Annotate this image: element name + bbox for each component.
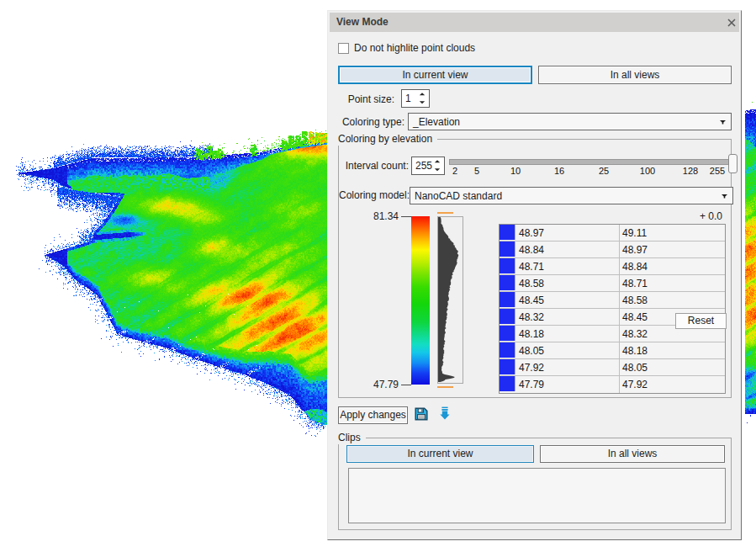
viewport: View Mode Do not highlite point clouds I…	[0, 0, 756, 552]
column-separator	[619, 342, 620, 359]
interval-to-value: 48.97	[622, 244, 648, 256]
reset-button[interactable]: Reset	[675, 313, 727, 329]
view-mode-dialog: View Mode Do not highlite point clouds I…	[327, 10, 742, 540]
slider-tick-label: 100	[635, 166, 660, 176]
dropdown-arrow-icon	[720, 120, 726, 125]
interval-to-value: 48.84	[622, 261, 648, 273]
coloring-model-dropdown[interactable]: NanoCAD standard	[410, 187, 733, 204]
clips-in-current-view-button[interactable]: In current view	[346, 445, 534, 463]
interval-to-value: 48.58	[622, 295, 648, 306]
slider-tick-label: 255	[705, 166, 730, 176]
coloring-type-value: _Elevation	[413, 116, 460, 128]
clips-group-label: Clips	[336, 432, 366, 444]
elevation-intervals-table[interactable]: 48.9749.1148.8448.9748.7148.8448.5848.71…	[499, 224, 726, 394]
slider-tick-label: 5	[464, 166, 489, 176]
download-arrow-icon[interactable]	[440, 406, 450, 420]
elevation-max-label: 81.34	[348, 210, 399, 222]
interval-to-value: 48.05	[622, 362, 648, 374]
elevation-color-gradient[interactable]	[411, 216, 430, 385]
histogram-shape	[438, 217, 463, 383]
interval-color-swatch[interactable]	[500, 376, 515, 391]
elevation-histogram	[437, 216, 463, 384]
dialog-title: View Mode	[336, 13, 389, 32]
elevation-interval-row[interactable]: 48.9749.11	[500, 225, 725, 242]
column-separator	[619, 326, 620, 342]
range-marker-bottom[interactable]	[437, 386, 453, 388]
spinner-arrows-icon[interactable]	[419, 92, 426, 105]
interval-color-swatch[interactable]	[500, 258, 515, 273]
interval-count-value: 255	[415, 160, 432, 172]
column-separator	[619, 225, 620, 242]
highlight-checkbox-label: Do not highlite point clouds	[354, 42, 475, 55]
point-size-spinner[interactable]: 1	[401, 89, 430, 108]
interval-color-swatch[interactable]	[500, 342, 515, 358]
in-current-view-button[interactable]: In current view	[338, 66, 532, 84]
interval-color-swatch[interactable]	[500, 326, 515, 341]
slider-tick-label: 10	[503, 166, 528, 176]
column-separator	[619, 292, 620, 309]
coloring-by-elevation-group: Coloring by elevation Interval count: 25…	[338, 139, 732, 398]
interval-color-swatch[interactable]	[500, 225, 515, 240]
elevation-interval-row[interactable]: 48.7148.84	[500, 258, 725, 275]
interval-from-value: 48.32	[519, 311, 544, 323]
elevation-interval-row[interactable]: 47.9248.05	[500, 359, 725, 376]
elevation-interval-row[interactable]: 48.8448.97	[500, 242, 725, 258]
interval-color-swatch[interactable]	[500, 292, 515, 307]
column-separator	[619, 359, 620, 376]
clips-in-all-views-button[interactable]: In all views	[540, 445, 725, 463]
interval-to-value: 49.11	[622, 227, 647, 239]
interval-color-swatch[interactable]	[500, 309, 515, 324]
clips-list[interactable]	[348, 468, 726, 523]
interval-color-swatch[interactable]	[500, 242, 515, 257]
interval-count-label: Interval count:	[339, 160, 409, 172]
elevation-interval-row[interactable]: 48.4548.58	[500, 292, 725, 309]
interval-count-spinner[interactable]: 255	[411, 157, 445, 175]
coloring-type-label: Coloring type:	[335, 116, 404, 128]
elevation-interval-row[interactable]: 48.5848.71	[500, 275, 725, 292]
interval-color-swatch[interactable]	[500, 359, 515, 374]
min-tick-line	[401, 385, 411, 385]
interval-to-value: 48.71	[622, 278, 648, 289]
interval-from-value: 48.58	[519, 278, 544, 289]
interval-to-value: 48.45	[622, 311, 648, 323]
close-icon[interactable]	[727, 19, 736, 27]
dialog-titlebar[interactable]: View Mode	[330, 13, 739, 32]
interval-to-value: 47.92	[622, 379, 648, 390]
save-icon[interactable]	[415, 407, 428, 421]
interval-to-value: 48.18	[622, 345, 648, 357]
interval-color-swatch[interactable]	[500, 275, 515, 290]
slider-tick-label: 128	[678, 166, 703, 176]
max-tick-line	[401, 216, 411, 217]
elevation-interval-row[interactable]: 48.0548.18	[500, 342, 725, 359]
interval-from-value: 47.92	[519, 362, 544, 374]
dropdown-arrow-icon	[722, 194, 727, 199]
coloring-type-dropdown[interactable]: _Elevation	[408, 113, 732, 130]
point-size-value: 1	[405, 93, 411, 104]
coloring-by-elevation-group-label: Coloring by elevation	[336, 133, 437, 146]
interval-to-value: 48.32	[622, 328, 648, 340]
slider-tick-label: 16	[547, 166, 572, 176]
column-separator	[619, 275, 620, 292]
elevation-min-label: 47.79	[348, 379, 399, 390]
interval-from-value: 47.79	[519, 379, 544, 390]
interval-slider-track[interactable]	[449, 159, 736, 165]
interval-from-value: 48.97	[519, 227, 544, 239]
point-size-label: Point size:	[338, 93, 394, 105]
slider-tick-label: 25	[591, 166, 616, 176]
interval-from-value: 48.84	[519, 244, 544, 256]
interval-from-value: 48.18	[519, 328, 544, 340]
spinner-buttons[interactable]	[419, 92, 426, 105]
apply-changes-button[interactable]: Apply changes	[338, 406, 408, 424]
in-all-views-button[interactable]: In all views	[538, 66, 732, 84]
highlight-checkbox[interactable]	[338, 43, 349, 54]
spinner-buttons[interactable]	[434, 159, 441, 172]
interval-from-value: 48.05	[519, 345, 544, 357]
elevation-interval-row[interactable]: 47.7947.92	[500, 376, 725, 393]
spinner-arrows-icon[interactable]	[434, 159, 441, 172]
column-separator	[619, 309, 620, 326]
range-marker-top[interactable]	[437, 212, 453, 214]
interval-from-value: 48.71	[519, 261, 544, 273]
interval-from-value: 48.45	[519, 295, 544, 306]
elevation-offset-label: + 0.0	[672, 210, 722, 222]
column-separator	[619, 258, 620, 275]
